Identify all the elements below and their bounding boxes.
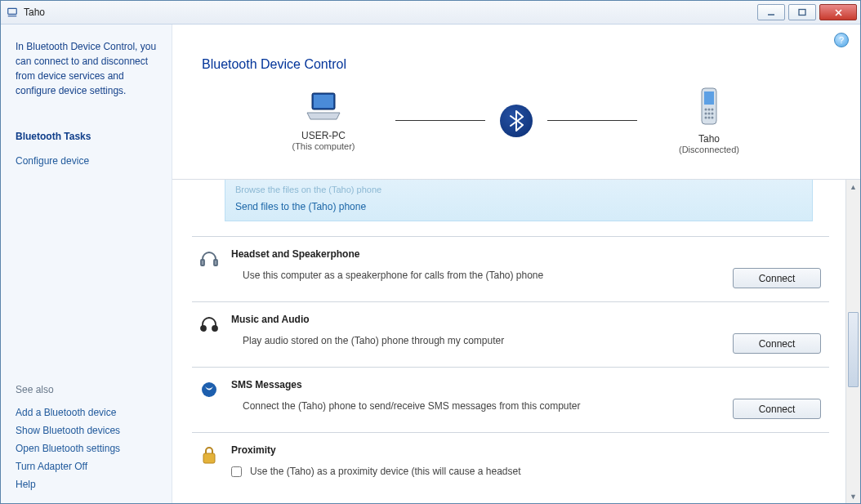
svg-point-16 xyxy=(708,117,711,119)
svg-rect-18 xyxy=(201,260,204,265)
show-bluetooth-devices-link[interactable]: Show Bluetooth devices xyxy=(16,425,160,436)
svg-rect-2 xyxy=(799,10,805,16)
services-scroll-area: Browse the files on the (Taho) phone Sen… xyxy=(172,179,860,503)
sms-icon xyxy=(199,379,220,400)
lock-icon xyxy=(199,444,220,466)
pc-node: USER-PC (This computer) xyxy=(266,90,381,151)
svg-point-13 xyxy=(708,113,711,115)
connection-diagram: USER-PC (This computer) xyxy=(172,87,860,179)
svg-rect-6 xyxy=(314,95,333,108)
window: Taho In Bluetooth Device Control, you ca… xyxy=(0,0,861,504)
window-title: Taho xyxy=(24,7,751,18)
svg-point-17 xyxy=(712,117,714,119)
titlebar: Taho xyxy=(1,1,860,25)
proximity-desc-row: Use the (Taho) as a proximity device (th… xyxy=(243,466,821,477)
turn-adapter-off-link[interactable]: Turn Adapter Off xyxy=(16,461,160,472)
svg-point-9 xyxy=(705,109,707,111)
page-title: Bluetooth Device Control xyxy=(172,25,860,87)
configure-device-link[interactable]: Configure device xyxy=(16,155,160,167)
vertical-scrollbar[interactable]: ▲ ▼ xyxy=(845,180,860,503)
send-files-link[interactable]: Send files to the (Taho) phone xyxy=(235,201,802,212)
connection-line-right xyxy=(547,120,637,121)
sms-connect-button[interactable]: Connect xyxy=(733,399,821,419)
main: ? Bluetooth Device Control USER-PC (This… xyxy=(172,25,860,503)
audio-title: Music and Audio xyxy=(231,314,721,325)
help-icon[interactable]: ? xyxy=(834,33,849,47)
scroll-thumb[interactable] xyxy=(848,312,859,387)
file-transfer-block: Browse the files on the (Taho) phone Sen… xyxy=(225,180,813,221)
svg-point-21 xyxy=(212,326,217,331)
phone-name: Taho xyxy=(698,133,720,145)
help-link[interactable]: Help xyxy=(16,479,160,490)
service-audio: Music and Audio Play audio stored on the… xyxy=(192,301,829,367)
app-icon xyxy=(6,6,19,19)
headset-icon xyxy=(199,248,220,270)
body: In Bluetooth Device Control, you can con… xyxy=(1,25,860,503)
svg-point-10 xyxy=(708,109,711,111)
proximity-checkbox[interactable] xyxy=(231,466,242,477)
bluetooth-tasks-heading: Bluetooth Tasks xyxy=(16,131,160,142)
window-buttons xyxy=(756,1,859,24)
see-also-heading: See also xyxy=(16,384,160,395)
headphones-icon xyxy=(199,314,220,335)
sms-desc: Connect the (Taho) phone to send/receive… xyxy=(243,400,721,412)
add-bluetooth-device-link[interactable]: Add a Bluetooth device xyxy=(16,407,160,418)
svg-rect-8 xyxy=(704,91,714,105)
svg-point-14 xyxy=(712,113,714,115)
scroll-down-button[interactable]: ▼ xyxy=(846,489,860,503)
proximity-title: Proximity xyxy=(231,444,821,456)
phone-node: Taho (Disconnected) xyxy=(652,87,766,154)
headset-title: Headset and Speakerphone xyxy=(231,248,721,260)
headset-connect-button[interactable]: Connect xyxy=(733,268,821,288)
svg-rect-23 xyxy=(203,453,215,463)
sidebar-intro: In Bluetooth Device Control, you can con… xyxy=(16,39,160,98)
pc-sub: (This computer) xyxy=(292,141,355,151)
sidebar: In Bluetooth Device Control, you can con… xyxy=(1,25,172,503)
connection-line-left xyxy=(395,120,485,121)
close-button[interactable] xyxy=(819,4,857,20)
svg-rect-19 xyxy=(214,260,217,265)
laptop-icon xyxy=(304,90,343,125)
proximity-desc: Use the (Taho) as a proximity device (th… xyxy=(250,466,520,477)
audio-connect-button[interactable]: Connect xyxy=(733,333,821,354)
audio-desc: Play audio stored on the (Taho) phone th… xyxy=(243,335,721,346)
scroll-track[interactable] xyxy=(846,194,860,489)
maximize-button[interactable] xyxy=(788,4,816,20)
phone-sub: (Disconnected) xyxy=(679,145,739,154)
service-headset: Headset and Speakerphone Use this comput… xyxy=(192,236,829,301)
browse-files-link[interactable]: Browse the files on the (Taho) phone xyxy=(235,185,802,194)
open-bluetooth-settings-link[interactable]: Open Bluetooth settings xyxy=(16,443,160,454)
svg-point-20 xyxy=(201,326,206,331)
headset-desc: Use this computer as a speakerphone for … xyxy=(243,270,721,281)
svg-point-11 xyxy=(712,109,714,111)
pc-name: USER-PC xyxy=(301,130,346,141)
svg-rect-0 xyxy=(8,8,17,14)
services-list: Browse the files on the (Taho) phone Sen… xyxy=(172,180,845,503)
service-sms: SMS Messages Connect the (Taho) phone to… xyxy=(192,367,829,432)
phone-icon xyxy=(698,87,720,128)
svg-point-12 xyxy=(705,113,707,115)
service-proximity: Proximity Use the (Taho) as a proximity … xyxy=(192,432,829,477)
svg-point-15 xyxy=(705,117,707,119)
sms-title: SMS Messages xyxy=(231,379,721,390)
minimize-button[interactable] xyxy=(757,4,785,20)
bluetooth-icon xyxy=(500,105,533,137)
scroll-up-button[interactable]: ▲ xyxy=(846,180,860,194)
